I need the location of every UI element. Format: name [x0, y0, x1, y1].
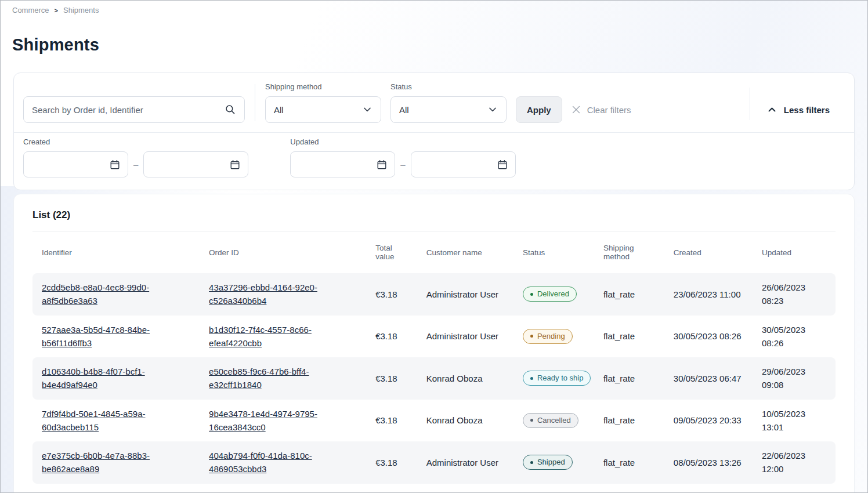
column-header-total-value: Total value: [375, 244, 394, 261]
created-text: 09/05/2023 20:33: [674, 414, 742, 427]
calendar-icon[interactable]: [109, 159, 121, 171]
status-badge-label: Pending: [537, 332, 565, 341]
created-text: 23/06/2023 11:00: [674, 288, 741, 301]
order-id-link[interactable]: e50ceb85-f9c6-47b6-bff4-e32cff1b1840: [209, 367, 309, 390]
page-title: Shipments: [12, 35, 856, 55]
table-row: e7e375cb-6b0b-4e7a-88b3-be862ace8a89404a…: [32, 441, 836, 484]
status-filter: Status All: [390, 82, 507, 123]
shipping-method-label: Shipping method: [265, 82, 381, 91]
order-id-link[interactable]: 404ab794-f0f0-41da-810c-4869053cbbd3: [209, 451, 312, 474]
identifier-link[interactable]: 7df9f4bd-50e1-4845-a59a-60d3acbeb115: [42, 409, 145, 432]
breadcrumb-commerce[interactable]: Commerce: [12, 6, 49, 14]
column-header-order-id: Order ID: [209, 248, 239, 257]
clear-filters-button[interactable]: Clear filters: [570, 96, 631, 123]
column-header-created: Created: [674, 248, 701, 257]
status-badge: Shipped: [523, 455, 573, 470]
customer-name-text: Konrad Oboza: [426, 372, 483, 385]
shipping-method-select[interactable]: All: [265, 96, 381, 123]
status-badge-label: Shipped: [537, 458, 565, 467]
shipments-page: Commerce > Shipments Shipments: [0, 0, 868, 493]
customer-name-text: Konrad Oboza: [426, 414, 483, 427]
updated-text: 10/05/2023 13:01: [762, 407, 826, 434]
created-date-filter: Created: [23, 137, 248, 177]
status-badge: Delivered: [523, 287, 577, 302]
status-select[interactable]: All: [390, 96, 507, 123]
total-value-text: €3.18: [375, 456, 397, 469]
status-badge: Pending: [523, 329, 573, 344]
updated-text: 26/06/2023 08:23: [762, 281, 826, 308]
chevron-down-icon: [487, 104, 498, 115]
created-text: 30/05/2023 06:47: [674, 372, 742, 385]
identifier-link[interactable]: 2cdd5eb8-e8a0-4ec8-99d0-a8f5db6e3a63: [42, 282, 149, 306]
shipping-method-text: flat_rate: [603, 372, 635, 385]
clear-filters-label: Clear filters: [587, 105, 631, 115]
breadcrumb: Commerce > Shipments: [1, 1, 867, 14]
status-badge-label: Ready to ship: [537, 374, 584, 383]
updated-text: 29/06/2023 09:08: [762, 365, 826, 392]
identifier-link[interactable]: d106340b-b4b8-4f07-bcf1-b4e4d9af94e0: [42, 367, 145, 390]
filters-panel: Shipping method All Status All: [13, 72, 855, 190]
status-badge: Ready to ship: [523, 371, 591, 386]
created-to-wrapper: [143, 151, 248, 177]
created-to-input[interactable]: [152, 160, 229, 169]
order-id-link[interactable]: b1d30f12-7f4c-4557-8c66-efeaf4220cbb: [209, 325, 312, 348]
less-filters-label: Less filters: [784, 105, 830, 115]
chevron-up-icon: [766, 104, 777, 115]
created-from-wrapper: [23, 151, 128, 177]
updated-from-wrapper: [290, 151, 395, 177]
list-title: List (22): [32, 209, 836, 221]
customer-name-text: Administrator User: [426, 288, 498, 301]
search-input[interactable]: [32, 105, 225, 115]
updated-to-input[interactable]: [419, 160, 497, 169]
calendar-icon[interactable]: [229, 159, 241, 171]
apply-button[interactable]: Apply: [516, 96, 562, 123]
less-filters-toggle[interactable]: Less filters: [750, 96, 830, 123]
created-text: 30/05/2023 08:26: [674, 329, 742, 343]
column-header-customer-name: Customer name: [426, 248, 482, 257]
status-dot-icon: [530, 335, 533, 338]
updated-filter-label: Updated: [290, 137, 515, 146]
calendar-icon[interactable]: [376, 159, 388, 171]
updated-to-wrapper: [411, 151, 516, 177]
order-id-link[interactable]: 9b4e3478-1e4d-4974-9795-16cea3843cc0: [209, 409, 317, 432]
breadcrumb-shipments[interactable]: Shipments: [63, 6, 99, 14]
status-dot-icon: [530, 461, 533, 464]
status-badge: Cancelled: [523, 413, 578, 428]
shipments-table-body: 2cdd5eb8-e8a0-4ec8-99d0-a8f5db6e3a6343a3…: [32, 273, 836, 484]
shipping-method-text: flat_rate: [603, 329, 635, 343]
search-icon[interactable]: [225, 104, 236, 115]
updated-text: 22/06/2023 12:00: [762, 449, 826, 476]
created-text: 08/05/2023 13:26: [674, 456, 742, 469]
breadcrumb-separator-icon: >: [55, 7, 58, 14]
status-label: Status: [390, 82, 507, 91]
table-row: 2cdd5eb8-e8a0-4ec8-99d0-a8f5db6e3a6343a3…: [32, 273, 836, 316]
identifier-link[interactable]: e7e375cb-6b0b-4e7a-88b3-be862ace8a89: [42, 451, 150, 474]
order-id-link[interactable]: 43a37296-ebbd-4164-92e0-c526a340b6b4: [209, 282, 317, 306]
column-header-status: Status: [523, 248, 545, 257]
shipping-method-text: flat_rate: [603, 456, 635, 469]
created-from-input[interactable]: [32, 160, 109, 169]
status-badge-label: Cancelled: [537, 416, 571, 425]
column-header-shipping-method: Shipping method: [603, 244, 634, 261]
shipments-table: Identifier Order ID Total value Customer…: [32, 231, 836, 484]
identifier-link[interactable]: 527aae3a-5b5d-47c8-84be-b56f11d6ffb3: [42, 325, 150, 348]
column-header-updated: Updated: [762, 248, 791, 257]
filters-row-dates: Created: [14, 133, 854, 190]
customer-name-text: Administrator User: [426, 456, 498, 469]
date-range-separator: –: [400, 160, 405, 169]
status-dot-icon: [530, 419, 533, 422]
calendar-icon[interactable]: [497, 159, 508, 171]
updated-text: 30/05/2023 08:26: [762, 323, 826, 350]
filters-row-primary: Shipping method All Status All: [14, 73, 854, 132]
updated-from-input[interactable]: [299, 160, 376, 169]
shipments-list-panel: List (22) Identifier Order ID Total valu…: [13, 194, 855, 493]
close-icon: [570, 104, 582, 115]
table-row: 7df9f4bd-50e1-4845-a59a-60d3acbeb1159b4e…: [32, 400, 836, 442]
date-range-separator: –: [133, 160, 138, 169]
total-value-text: €3.18: [375, 372, 397, 385]
customer-name-text: Administrator User: [426, 329, 498, 343]
status-value: All: [399, 105, 409, 115]
status-dot-icon: [530, 293, 533, 296]
shipping-method-filter: Shipping method All: [265, 82, 381, 123]
created-filter-label: Created: [23, 137, 248, 146]
